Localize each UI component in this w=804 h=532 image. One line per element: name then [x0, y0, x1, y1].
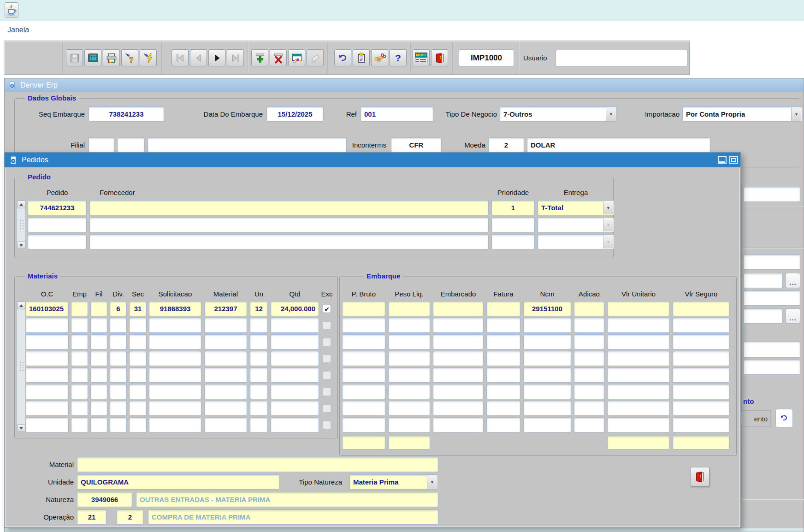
- adicao-cell[interactable]: [574, 351, 604, 366]
- un-cell[interactable]: [250, 417, 268, 432]
- sec-cell[interactable]: 31: [129, 301, 147, 316]
- background-field[interactable]: [743, 187, 800, 202]
- sec-cell[interactable]: [129, 384, 147, 399]
- vlr-unitario-total-field[interactable]: [607, 436, 670, 449]
- usuario-input[interactable]: [556, 50, 688, 66]
- vlr-seguro-cell[interactable]: [673, 417, 730, 432]
- exit-button[interactable]: [431, 49, 448, 66]
- ref-field[interactable]: 001: [361, 106, 433, 122]
- fil-cell[interactable]: [90, 417, 107, 432]
- screen-button[interactable]: [84, 49, 101, 66]
- sec-cell[interactable]: [129, 367, 147, 383]
- embarcado-cell[interactable]: [433, 401, 484, 416]
- chevron-down-icon[interactable]: [791, 107, 801, 121]
- tipo-de-negocio-select[interactable]: 7-Outros: [500, 106, 617, 122]
- adicao-cell[interactable]: [574, 417, 604, 432]
- material-cell[interactable]: [204, 318, 247, 333]
- embarcado-cell[interactable]: [433, 334, 484, 349]
- vlr-unitario-cell[interactable]: [607, 401, 670, 416]
- entrega-select[interactable]: T-Total: [538, 200, 614, 215]
- ncm-cell[interactable]: [523, 334, 571, 349]
- embarcado-cell[interactable]: [433, 417, 484, 432]
- operacao-desc-field[interactable]: COMPRA DE MATERIA PRIMA: [148, 509, 438, 525]
- dialog-titlebar[interactable]: Pedidos: [5, 153, 740, 167]
- embarcado-cell[interactable]: [433, 384, 484, 399]
- p-bruto-total-field[interactable]: [342, 436, 385, 449]
- p-bruto-cell[interactable]: [342, 384, 385, 399]
- peso-liq-cell[interactable]: [388, 318, 430, 333]
- div-cell[interactable]: [110, 351, 127, 366]
- adicao-cell[interactable]: [574, 384, 604, 399]
- un-cell[interactable]: [250, 367, 268, 383]
- undo-button[interactable]: [334, 49, 351, 66]
- material-cell[interactable]: 212397: [204, 301, 247, 316]
- fil-cell[interactable]: [90, 351, 107, 366]
- vlr-unitario-cell[interactable]: [607, 367, 670, 383]
- vlr-seguro-total-field[interactable]: [673, 436, 730, 449]
- background-undo-button[interactable]: [775, 409, 793, 427]
- exc-checkbox[interactable]: [323, 371, 331, 379]
- peso-liq-cell[interactable]: [388, 384, 430, 399]
- fatura-cell[interactable]: [486, 318, 520, 333]
- solicitacao-cell[interactable]: [149, 417, 201, 432]
- fil-cell[interactable]: [90, 367, 107, 383]
- sec-cell[interactable]: [129, 334, 147, 349]
- fatura-cell[interactable]: [486, 351, 520, 366]
- oc-cell[interactable]: [25, 318, 69, 333]
- p-bruto-cell[interactable]: [342, 318, 385, 333]
- chevron-down-icon[interactable]: [606, 107, 616, 121]
- solicitacao-cell[interactable]: [149, 334, 201, 349]
- oc-cell[interactable]: [25, 417, 69, 432]
- vlr-unitario-cell[interactable]: [607, 417, 670, 432]
- embarcado-cell[interactable]: [433, 301, 484, 316]
- peso-liq-cell[interactable]: [388, 301, 430, 316]
- minimize-button[interactable]: [718, 156, 727, 164]
- div-cell[interactable]: [110, 384, 127, 399]
- p-bruto-cell[interactable]: [342, 367, 385, 383]
- pedido-cell[interactable]: [28, 217, 87, 232]
- background-field[interactable]: [743, 273, 783, 288]
- save-button[interactable]: [66, 49, 83, 66]
- fatura-cell[interactable]: [486, 401, 520, 416]
- emp-cell[interactable]: [71, 318, 88, 333]
- p-bruto-cell[interactable]: [342, 301, 385, 316]
- fil-cell[interactable]: [90, 318, 107, 333]
- data-do-embarque-field[interactable]: 15/12/2025: [266, 106, 324, 122]
- operacao-code1-field[interactable]: 21: [77, 509, 106, 525]
- vlr-unitario-cell[interactable]: [607, 384, 670, 399]
- emp-cell[interactable]: [71, 384, 88, 399]
- vlr-seguro-cell[interactable]: [673, 367, 730, 383]
- emp-cell[interactable]: [71, 334, 88, 349]
- vlr-seguro-cell[interactable]: [673, 334, 730, 349]
- exc-checkbox[interactable]: [323, 321, 331, 330]
- background-field[interactable]: [743, 290, 800, 306]
- inconterms-field[interactable]: CFR: [391, 137, 442, 153]
- material-cell[interactable]: [204, 334, 247, 349]
- solicitacao-cell[interactable]: [149, 384, 201, 399]
- oc-cell[interactable]: [25, 401, 69, 416]
- exc-checkbox[interactable]: [323, 355, 331, 363]
- exc-checkbox[interactable]: [323, 338, 331, 346]
- adicao-cell[interactable]: [574, 401, 604, 416]
- moeda-name-field[interactable]: DOLAR: [527, 137, 710, 153]
- unidade-field[interactable]: QUILOGRAMA: [77, 474, 280, 490]
- vlr-seguro-cell[interactable]: [673, 301, 730, 316]
- tipo-natureza-select[interactable]: Materia Prima: [349, 474, 438, 490]
- fornecedor-cell[interactable]: [89, 217, 489, 232]
- fatura-cell[interactable]: [486, 367, 520, 383]
- fatura-cell[interactable]: [486, 384, 520, 399]
- div-cell[interactable]: [110, 334, 127, 349]
- insert-record-button[interactable]: [251, 49, 268, 66]
- ncm-cell[interactable]: [523, 351, 571, 366]
- oc-cell[interactable]: [25, 367, 69, 383]
- ncm-cell[interactable]: [523, 384, 571, 399]
- embarcado-cell[interactable]: [433, 367, 484, 383]
- material-cell[interactable]: [204, 384, 247, 399]
- clear-record-button[interactable]: [307, 49, 324, 66]
- un-cell[interactable]: [250, 318, 268, 333]
- peso-liq-cell[interactable]: [388, 367, 430, 383]
- exc-checkbox[interactable]: [323, 388, 331, 396]
- fatura-cell[interactable]: [486, 334, 520, 349]
- last-record-button[interactable]: [227, 49, 244, 66]
- fil-cell[interactable]: [90, 301, 107, 316]
